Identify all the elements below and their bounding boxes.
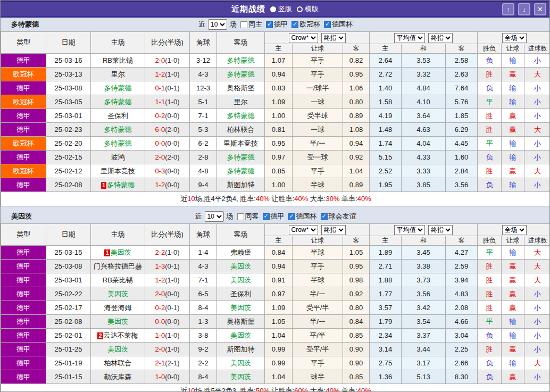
odds-away: 1.06 — [343, 81, 370, 95]
odds-stage-select[interactable]: 终指 — [321, 225, 346, 235]
score-cell: 2-0(0-0) — [145, 287, 190, 301]
sub-header-3: 主 — [370, 44, 402, 54]
col-header-3: 比分(半场) — [145, 32, 190, 54]
summary-text: 大率: — [308, 387, 326, 392]
league-filter-checkbox[interactable]: 球会友谊 — [321, 212, 356, 221]
score-cell: 0-1(0-1) — [145, 81, 190, 95]
odds-home: 0.97 — [265, 151, 293, 164]
league-filter-checkbox[interactable]: 欧冠杯 — [291, 20, 320, 29]
avg-away: 4.45 — [446, 137, 478, 151]
recent-unit-label: 场 — [230, 20, 237, 29]
result-outcome: 胜 — [478, 164, 502, 178]
avg-draw: 3.45 — [402, 246, 446, 260]
same-venue-checkbox[interactable]: 同主 — [240, 20, 262, 29]
odds-home: 1.09 — [265, 301, 293, 315]
league-filter-checkbox[interactable]: 德甲 — [263, 212, 285, 221]
avg-source-select[interactable]: 平均值 — [394, 225, 425, 235]
date-cell: 25-01-25 — [46, 343, 91, 356]
half-score: (2-1) — [165, 359, 179, 367]
scope-select[interactable]: 全场 — [502, 33, 527, 43]
team-label: 斯图加特 — [227, 345, 255, 353]
avg-stage-select[interactable]: 终指 — [428, 225, 453, 235]
half-score: (0-0) — [165, 373, 179, 381]
result-goals: 小 — [524, 81, 550, 95]
scope-select[interactable]: 全场 — [502, 225, 527, 235]
summary-text: 10 — [187, 195, 195, 203]
league-filter-checkbox[interactable]: 德国杯 — [288, 212, 317, 221]
odds-handicap: 半球 — [293, 273, 343, 287]
recent-count-select[interactable]: 10 — [208, 19, 227, 30]
avg-away: 8.30 — [446, 370, 478, 384]
away-team-cell: 多特蒙德 — [217, 151, 265, 164]
summary-text: 40% — [357, 195, 371, 203]
avg-draw: 3.54 — [402, 315, 446, 329]
half-score: (0-0) — [165, 167, 179, 175]
team-label: 里尔 — [234, 98, 248, 106]
corners-cell: 4-8 — [190, 164, 217, 178]
match-row: 德甲25-02-22美因茨2-0(0-0)6-5圣保利0.97半/一0.921.… — [1, 287, 550, 301]
summary-text: 30% — [326, 195, 339, 203]
recent-count-select[interactable]: 10 — [205, 211, 224, 222]
home-team-cell: 多特蒙德 — [91, 137, 145, 151]
corners-cell: 9-4 — [190, 178, 217, 192]
team-section: 多特蒙德近10场同主德甲欧冠杯德国杯类型日期主场比分(半场)角球客场Crow*终… — [1, 18, 550, 206]
odds-home: 1.07 — [265, 54, 293, 68]
match-row: 德甲25-02-15波鸿2-0(2-0)2-8多特蒙德0.97受一球0.925.… — [1, 151, 550, 164]
result-goals: 大 — [524, 273, 550, 287]
home-team-cell: 波鸿 — [91, 151, 145, 164]
same-venue-checkbox[interactable]: 同客 — [237, 212, 259, 221]
sub-header-7: 让球 — [502, 44, 524, 54]
summary-text: 50% — [256, 387, 270, 392]
avg-home: 1.89 — [370, 246, 402, 260]
corners-cell: 1-3 — [190, 315, 217, 329]
result-handicap: 输 — [502, 246, 524, 260]
league-badge: 德甲 — [1, 343, 46, 356]
checkbox-checked-icon — [324, 21, 331, 28]
layout-horizontal-radio[interactable]: 横版 — [297, 4, 319, 14]
odds-home: 0.94 — [265, 260, 293, 273]
league-badge: 德甲 — [1, 151, 46, 164]
match-row: 德甲25-03-08门兴格拉德巴赫1-3(0-1)4-3美因茨0.94平手0.9… — [1, 260, 550, 273]
odds-away: 0.89 — [343, 178, 370, 192]
home-team-cell: 海登海姆 — [91, 301, 145, 315]
odds-handicap: 一球 — [293, 123, 343, 137]
match-filters: 近10场同客德甲德国杯球会友谊 — [195, 211, 356, 222]
close-button[interactable]: ✕ — [534, 3, 546, 15]
sub-header-0: 主 — [265, 44, 293, 54]
layout-vertical-radio[interactable]: 竖版 — [270, 4, 292, 14]
result-goals: 大 — [524, 164, 550, 178]
away-team-cell: 多特蒙德 — [217, 164, 265, 178]
result-outcome: 胜 — [478, 273, 502, 287]
home-team-cell: 美因茨 — [91, 315, 145, 329]
corners-cell: 4-3 — [190, 68, 217, 81]
odds-stage-select[interactable]: 终指 — [321, 33, 346, 43]
half-score: (0-0) — [165, 290, 179, 298]
result-outcome: 负 — [478, 329, 502, 343]
avg-stage-select[interactable]: 终指 — [428, 33, 453, 43]
team-label: 多特蒙德 — [227, 56, 255, 64]
recent-label: 近 — [198, 20, 205, 29]
avg-draw: 3.44 — [402, 343, 446, 356]
match-row: 德甲25-01-15勒沃库森1-0(0-0)8-4美因茨1.04球半0.851.… — [1, 370, 550, 384]
league-badge: 欧冠杯 — [1, 164, 46, 178]
odds-company-select[interactable]: Crow* — [289, 225, 318, 235]
move-down-button[interactable]: ↓ — [518, 3, 530, 15]
avg-home: 1.36 — [370, 370, 402, 384]
result-outcome: 负 — [478, 370, 502, 384]
full-score: 1-1 — [155, 98, 165, 106]
corners-cell: 2-2 — [190, 356, 217, 370]
result-group-header: 全场 — [478, 224, 550, 236]
odds-company-select[interactable]: Crow* — [289, 33, 318, 43]
half-score: (0-0) — [165, 139, 179, 147]
league-filter-checkbox[interactable]: 德国杯 — [324, 20, 353, 29]
avg-source-select[interactable]: 平均值 — [394, 33, 425, 43]
avg-away: 3.94 — [446, 273, 478, 287]
result-handicap: 输 — [502, 315, 524, 329]
half-score: (1-0) — [165, 70, 179, 78]
full-score: 0-0 — [155, 139, 165, 147]
move-up-button[interactable]: ↑ — [502, 3, 514, 15]
result-goals: 小 — [524, 329, 550, 343]
league-filter-checkbox[interactable]: 德甲 — [266, 20, 288, 29]
team-section: 美因茨近10场同客德甲德国杯球会友谊类型日期主场比分(半场)角球客场Crow*终… — [1, 210, 550, 392]
away-team-cell: 弗赖堡 — [217, 246, 265, 260]
